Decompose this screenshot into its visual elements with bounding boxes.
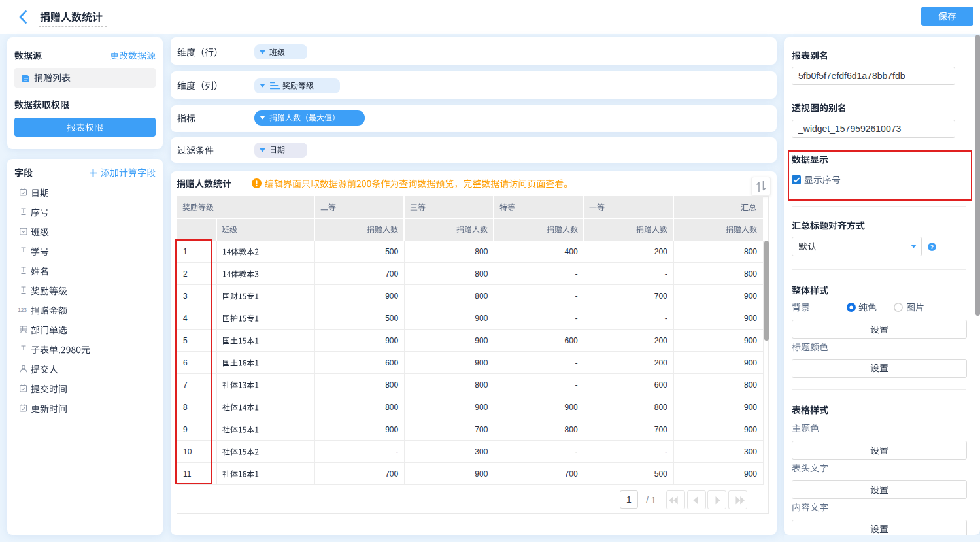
svg-text:?: ? — [930, 243, 934, 250]
